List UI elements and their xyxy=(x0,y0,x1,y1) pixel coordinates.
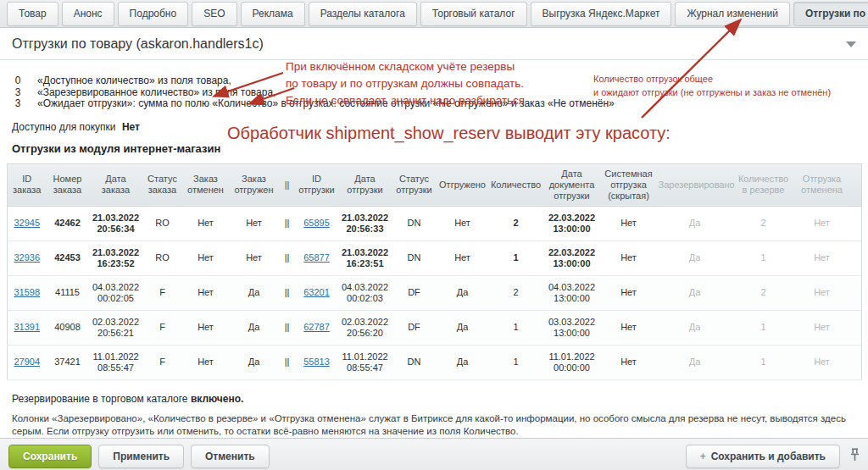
table-cell: 21.03.2022 16:23:51 xyxy=(338,241,392,275)
table-cell: 27904 xyxy=(8,345,47,379)
table-cell: Нет xyxy=(182,310,230,345)
order-link[interactable]: 27904 xyxy=(14,357,40,367)
column-header: Заказ отменен xyxy=(182,163,230,206)
order-link[interactable]: 31391 xyxy=(14,322,40,332)
shipments-table-wrap: ID заказаНомер заказаДата заказаСтатус з… xyxy=(7,163,861,380)
apply-button[interactable]: Применить xyxy=(98,445,184,468)
table-cell: Да xyxy=(230,345,279,379)
tab-подробно[interactable]: Подробно xyxy=(118,2,189,26)
table-cell: 04.03.2022 00:02:05 xyxy=(89,275,143,310)
table-row: 313914090802.03.2022 20:56:21FНетДа||627… xyxy=(8,310,862,345)
order-link[interactable]: 31598 xyxy=(14,287,40,297)
reservation-note-bold: включено. xyxy=(191,393,244,405)
table-cell: 2 xyxy=(489,275,543,310)
table-cell: Нет xyxy=(601,310,657,345)
table-cell: || xyxy=(279,241,296,275)
table-cell: 02.03.2022 20:56:20 xyxy=(338,310,392,345)
save-and-add-button[interactable]: +Сохранить и добавить xyxy=(686,445,840,468)
table-cell: 11.01.2022 08:55:47 xyxy=(338,345,392,379)
shipments-section-title: Отгрузки из модуля интернет-магазин xyxy=(12,142,868,155)
table-cell: DN xyxy=(392,345,437,379)
available-label: Доступно для покупки xyxy=(12,121,116,133)
tab-товар[interactable]: Товар xyxy=(7,2,58,26)
column-header: Дата заказа xyxy=(89,163,143,206)
table-cell: || xyxy=(279,310,296,345)
shipment-link[interactable]: 63201 xyxy=(303,287,330,297)
columns-note: Колонки «Зарезервировано», «Количество в… xyxy=(12,412,853,438)
shipments-table: ID заказаНомер заказаДата заказаСтатус з… xyxy=(7,163,862,380)
column-header: Количество в резерве xyxy=(733,163,794,206)
save-button[interactable]: Сохранить xyxy=(8,445,92,468)
table-row: 315984111504.03.2022 00:02:05FНетДа||632… xyxy=(8,275,862,310)
table-cell: RO xyxy=(143,241,182,275)
collapse-chevron-icon[interactable] xyxy=(846,41,856,47)
page-title: Отгрузки по товару (askaron.handlers1c) xyxy=(12,36,264,52)
table-cell: Нет xyxy=(794,275,850,310)
reservation-note: Резервирование в торговом каталоге включ… xyxy=(12,393,868,405)
tab-отгрузки-по-товару-5-2[interactable]: Отгрузки по товару 5 / 2 xyxy=(793,2,868,26)
table-cell: Нет xyxy=(230,206,279,241)
table-cell: 40908 xyxy=(47,310,89,345)
tab-разделы-каталога[interactable]: Разделы каталога xyxy=(309,2,417,26)
stock-info-block: 0«Доступное количество» из поля товара,3… xyxy=(12,75,868,110)
table-cell: Да xyxy=(230,275,279,310)
table-cell: 1 xyxy=(489,241,543,275)
column-header: Дата отгрузки xyxy=(338,163,392,206)
table-cell: || xyxy=(279,275,296,310)
tab-торговый-каталог[interactable]: Торговый каталог xyxy=(420,2,527,26)
table-cell: || xyxy=(279,206,296,241)
table-cell: 02.03.2022 20:56:21 xyxy=(89,310,143,345)
column-header: Отгрузка отменена xyxy=(794,163,850,206)
stock-line: 0«Доступное количество» из поля товара, xyxy=(12,75,868,87)
table-cell: DN xyxy=(392,206,437,241)
table-cell: Нет xyxy=(437,206,489,241)
table-cell: 22.03.2022 13:00:00 xyxy=(543,206,601,241)
stock-line: 3«Зарезервированное количество» из поля … xyxy=(12,87,868,99)
stock-line-text: «Доступное количество» из поля товара, xyxy=(37,75,231,87)
table-cell: Нет xyxy=(601,206,657,241)
shipment-link[interactable]: 55813 xyxy=(303,357,330,367)
table-cell: F xyxy=(143,345,182,379)
save-and-add-label: Сохранить и добавить xyxy=(711,451,826,462)
table-cell: Нет xyxy=(794,241,850,275)
table-cell: DF xyxy=(392,275,437,310)
order-link[interactable]: 32945 xyxy=(14,218,40,228)
table-cell xyxy=(850,241,862,275)
tab-seo[interactable]: SEO xyxy=(192,2,236,26)
shipment-link[interactable]: 65877 xyxy=(303,252,330,263)
column-header: Дата документа отгрузки xyxy=(543,163,601,206)
table-cell xyxy=(850,310,862,345)
tab-выгрузка-яндекс-маркет[interactable]: Выгрузка Яндекс.Маркет xyxy=(531,2,672,26)
table-cell: Нет xyxy=(182,206,230,241)
table-cell: Нет xyxy=(794,345,850,379)
column-header: ID отгрузки xyxy=(296,163,338,206)
shipment-link[interactable]: 65895 xyxy=(303,218,330,228)
table-header-row: ID заказаНомер заказаДата заказаСтатус з… xyxy=(8,163,862,206)
footer-right: +Сохранить и добавить xyxy=(686,445,860,468)
table-cell: 22.03.2022 13:00:00 xyxy=(543,241,601,275)
column-header: Номер заказа xyxy=(47,163,89,206)
stock-line-text: «Зарезервированное количество» из поля т… xyxy=(37,87,275,99)
table-cell: 31598 xyxy=(8,275,47,310)
table-cell: 63201 xyxy=(296,275,338,310)
footer-pin-icon[interactable] xyxy=(850,448,860,465)
table-cell: Да xyxy=(657,206,733,241)
column-header: ID заказа xyxy=(8,163,47,206)
tab-анонс[interactable]: Анонс xyxy=(62,2,114,26)
tab-реклама[interactable]: Реклама xyxy=(241,2,305,26)
shipment-link[interactable]: 62787 xyxy=(303,322,330,332)
column-header: Статус отгрузки xyxy=(392,163,437,206)
available-for-purchase: Доступно для покупки Нет xyxy=(12,121,868,133)
stock-line: 3«Ожидает отгрузки»: сумма по полю «Коли… xyxy=(12,98,868,110)
table-cell: RO xyxy=(143,206,182,241)
tab-журнал-изменений[interactable]: Журнал изменений xyxy=(675,2,790,26)
column-header: Отгружено xyxy=(437,163,489,206)
order-link[interactable]: 32936 xyxy=(14,252,40,263)
table-cell: DF xyxy=(392,310,437,345)
tab-bar: ТоварАнонсПодробноSEOРекламаРазделы ката… xyxy=(0,0,868,27)
table-cell: Да xyxy=(230,310,279,345)
table-cell: Нет xyxy=(182,345,230,379)
table-cell: 2 xyxy=(489,206,543,241)
cancel-button[interactable]: Отменить xyxy=(191,445,270,468)
table-cell: 21.03.2022 20:56:34 xyxy=(89,206,143,241)
